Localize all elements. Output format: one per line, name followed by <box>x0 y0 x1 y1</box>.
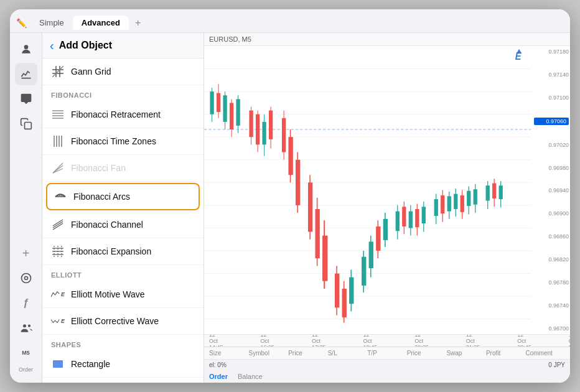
svg-rect-33 <box>53 360 63 368</box>
price-label-12: 0.96740 <box>534 302 569 309</box>
elliott-corrective-icon: E <box>51 314 65 328</box>
svg-rect-72 <box>296 160 300 205</box>
list-item-fibonacci-time-zones[interactable]: Fibonacci Time Zones <box>42 128 203 155</box>
table-header: Size Symbol Price S/L T/P Price Swap Pro… <box>204 347 570 360</box>
svg-rect-84 <box>349 278 353 304</box>
svg-rect-94 <box>396 212 400 231</box>
rectangle-label: Rectangle <box>71 359 110 369</box>
list-item-fibonacci-channel[interactable]: Fibonacci Channel <box>42 212 203 238</box>
svg-rect-90 <box>376 226 380 251</box>
elliott-motive-icon: E <box>51 287 65 301</box>
list-item-fibonacci-fan[interactable]: Fibonacci Fan <box>42 155 203 182</box>
tab-balance[interactable]: Balance <box>238 373 263 380</box>
fibonacci-expansion-icon <box>51 245 65 258</box>
svg-rect-50 <box>210 91 213 114</box>
svg-point-5 <box>23 324 26 327</box>
svg-point-6 <box>27 325 30 327</box>
candlestick-chart: E <box>204 46 570 334</box>
sidebar-icon-currency[interactable]: ƒ <box>15 292 37 314</box>
price-label-5: 0.97020 <box>534 142 569 148</box>
sidebar-icon-chart[interactable] <box>15 63 37 85</box>
svg-rect-58 <box>236 99 240 126</box>
device-frame: ✏️ Simple Advanced + + <box>10 9 570 383</box>
back-button[interactable]: ‹ <box>50 39 54 52</box>
list-item-elliott-corrective[interactable]: E Elliott Corrective Wave <box>42 308 203 335</box>
list-item-elliott-motive[interactable]: E Elliott Motive Wave <box>42 281 203 308</box>
price-label-8: 0.96900 <box>534 210 569 217</box>
elliott-corrective-label: Elliott Corrective Wave <box>71 316 159 326</box>
fibonacci-time-zones-icon <box>51 134 65 148</box>
svg-rect-122 <box>499 185 503 199</box>
sidebar-icon-chat[interactable] <box>15 88 37 110</box>
svg-point-4 <box>24 277 27 280</box>
list-item-fibonacci-retracement[interactable]: Fibonacci Retracement <box>42 101 203 128</box>
col-swap: Swap <box>446 350 486 357</box>
tab-bar: ✏️ Simple Advanced + <box>10 9 570 33</box>
sidebar-icon-m5[interactable]: M5 <box>15 342 37 364</box>
price-label-11: 0.96780 <box>534 279 569 286</box>
tab-simple[interactable]: Simple <box>30 16 73 30</box>
fibonacci-channel-icon <box>51 218 65 231</box>
svg-rect-52 <box>217 93 220 112</box>
gann-grid-label: Gann Grid <box>71 67 111 77</box>
sidebar-icon-indicator[interactable] <box>15 267 37 289</box>
svg-rect-108 <box>447 196 451 211</box>
fibonacci-retracement-label: Fibonacci Retracement <box>71 110 161 119</box>
svg-rect-100 <box>415 209 419 227</box>
time-axis: 12 Oct 14:45 12 Oct 16:05 12 Oct 17:25 1… <box>204 334 570 347</box>
chart-header: EURUSD, M5 <box>204 33 570 46</box>
svg-rect-102 <box>422 207 426 223</box>
row-value: 0 JPY <box>548 362 565 368</box>
tab-add[interactable]: + <box>131 16 144 30</box>
bottom-tabs: Order Balance <box>204 370 570 383</box>
col-comment: Comment <box>526 350 566 357</box>
svg-rect-82 <box>342 289 347 317</box>
row-el-label: el: 0% <box>209 362 227 368</box>
time-label-4: 12 Oct 18:45 <box>363 334 378 347</box>
svg-rect-86 <box>362 257 366 286</box>
col-sl: S/L <box>328 350 368 357</box>
panel-list: Gann Grid FIBONACCI Fibonacci Retracemen… <box>42 58 203 383</box>
sidebar-label-order: Order <box>19 366 33 373</box>
tab-advanced[interactable]: Advanced <box>73 16 129 30</box>
svg-rect-2 <box>24 123 31 129</box>
sidebar-icon-users[interactable] <box>15 317 37 339</box>
time-label-2: 12 Oct 16:05 <box>261 334 275 347</box>
svg-rect-96 <box>402 207 406 226</box>
fibonacci-fan-icon <box>51 161 65 175</box>
svg-rect-80 <box>335 274 339 308</box>
tab-order[interactable]: Order <box>209 373 228 380</box>
sidebar-icon-person[interactable] <box>15 38 37 60</box>
svg-line-11 <box>52 66 63 77</box>
elliott-motive-label: Elliott Motive Wave <box>71 289 145 299</box>
section-elliott: ELLIOTT <box>42 265 203 281</box>
price-label-3: 0.97100 <box>534 95 569 101</box>
list-item-rectangle[interactable]: Rectangle <box>42 351 203 378</box>
list-item-triangle[interactable]: Triangle <box>42 378 203 383</box>
svg-rect-104 <box>434 199 438 216</box>
svg-rect-74 <box>308 182 312 231</box>
svg-rect-76 <box>316 209 320 258</box>
panel-header: ‹ Add Object <box>42 33 203 58</box>
svg-rect-56 <box>230 103 233 129</box>
col-symbol: Symbol <box>249 350 289 357</box>
section-fibonacci: FIBONACCI <box>42 85 203 101</box>
list-item-gann-grid[interactable]: Gann Grid <box>42 58 203 85</box>
sidebar-icon-plus[interactable]: + <box>15 242 37 264</box>
price-label-6: 0.96980 <box>534 165 569 171</box>
col-price: Price <box>288 350 328 357</box>
svg-rect-112 <box>461 195 464 212</box>
svg-rect-116 <box>474 189 477 204</box>
price-label-1: 0.97180 <box>534 49 569 55</box>
svg-point-3 <box>21 274 30 283</box>
list-item-fibonacci-arcs[interactable]: Fibonacci Arcs <box>46 183 200 210</box>
svg-point-0 <box>24 45 28 49</box>
gann-grid-icon <box>51 65 65 78</box>
svg-rect-118 <box>486 185 490 200</box>
chart-canvas[interactable]: E 0.97180 0.97140 0.97100 0.97060 0.9702… <box>204 46 570 334</box>
svg-rect-54 <box>223 95 227 122</box>
sidebar-icon-copy[interactable] <box>15 113 37 135</box>
svg-rect-120 <box>492 184 496 198</box>
list-item-fibonacci-expansion[interactable]: Fibonacci Expansion <box>42 238 203 265</box>
price-axis: 0.97180 0.97140 0.97100 0.97060 0.97020 … <box>533 46 570 334</box>
